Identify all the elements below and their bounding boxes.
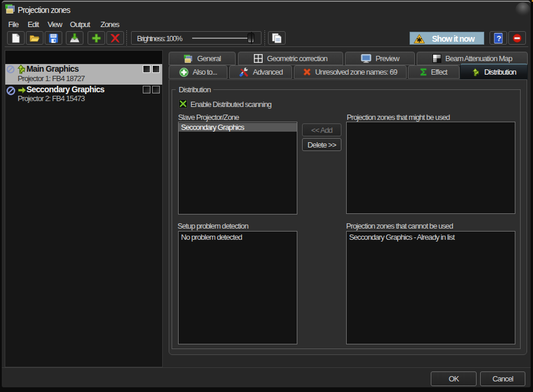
svg-text:?: ? [497, 33, 501, 42]
